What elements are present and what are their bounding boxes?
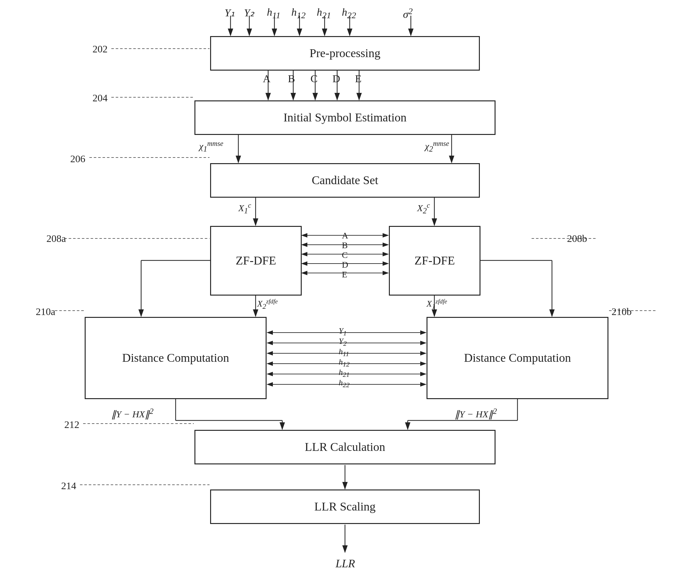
- label-A1: A: [263, 73, 271, 85]
- initial-symbol-label: Initial Symbol Estimation: [284, 110, 407, 125]
- zfdfe-right-block: ZF-DFE: [389, 226, 480, 296]
- diagram: Pre-processing Initial Symbol Estimation…: [0, 0, 700, 588]
- ref-212: 212: [64, 419, 79, 431]
- label-E-mid: E: [342, 269, 347, 279]
- input-h21-label: h21: [317, 6, 331, 20]
- dc-h12-label: h12: [339, 358, 350, 368]
- initial-symbol-block: Initial Symbol Estimation: [194, 100, 496, 135]
- dist-formula-left: ‖Y − HX‖2: [111, 407, 153, 420]
- label-C-mid: C: [342, 250, 348, 260]
- dc-h11-label: h11: [339, 347, 349, 358]
- llr-calc-label: LLR Calculation: [305, 440, 385, 454]
- ref-204: 204: [93, 92, 108, 104]
- label-D1: D: [332, 73, 340, 85]
- x2mmse-label: χ2mmse: [425, 140, 449, 153]
- ref-210b: 210b: [612, 306, 632, 318]
- label-A-mid: A: [342, 230, 348, 241]
- zfdfe-right-label: ZF-DFE: [415, 253, 455, 268]
- x2zfdfe-label: X2zfdfe: [257, 298, 278, 311]
- input-sigma2-label: σ2: [403, 6, 413, 20]
- x1c-label: X1c: [238, 201, 251, 215]
- ref-214: 214: [61, 480, 76, 492]
- dist-left-label: Distance Computation: [122, 351, 229, 365]
- llr-output-label: LLR: [336, 557, 355, 570]
- preprocessing-block: Pre-processing: [210, 36, 480, 71]
- ref-208a: 208a: [46, 233, 66, 244]
- input-h22-label: h22: [342, 6, 356, 20]
- llr-scaling-block: LLR Scaling: [210, 490, 480, 524]
- preprocessing-label: Pre-processing: [310, 46, 380, 61]
- dc-h21-label: h21: [339, 368, 350, 379]
- label-E1: E: [355, 73, 362, 85]
- dc-h22-label: h22: [339, 378, 350, 389]
- ref-202: 202: [93, 43, 108, 55]
- x1zfdfe-label: X1zfdfe: [427, 298, 447, 311]
- x1mmse-label: χ1mmse: [199, 140, 223, 153]
- dist-right-block: Distance Computation: [427, 317, 608, 399]
- ref-206: 206: [70, 153, 85, 165]
- input-y2-label: Y₂: [244, 6, 254, 19]
- dist-left-block: Distance Computation: [85, 317, 267, 399]
- dist-right-label: Distance Computation: [464, 351, 571, 365]
- candidate-set-label: Candidate Set: [312, 173, 378, 188]
- dist-formula-right: ‖Y − HX‖2: [455, 407, 497, 420]
- label-B-mid: B: [342, 240, 348, 250]
- label-B1: B: [288, 73, 295, 85]
- ref-210a: 210a: [36, 306, 55, 318]
- label-D-mid: D: [342, 260, 348, 270]
- label-C1: C: [310, 73, 318, 85]
- input-h12-label: h12: [291, 6, 305, 20]
- zfdfe-left-block: ZF-DFE: [210, 226, 302, 296]
- input-h11-label: h11: [267, 6, 280, 20]
- llr-scaling-label: LLR Scaling: [314, 500, 375, 514]
- dc-y2-label: Y2: [339, 337, 347, 348]
- x2c-label: X2c: [417, 201, 430, 215]
- candidate-set-block: Candidate Set: [210, 163, 480, 198]
- zfdfe-left-label: ZF-DFE: [236, 253, 276, 268]
- llr-calc-block: LLR Calculation: [194, 430, 496, 464]
- input-y1-label: Y₁: [225, 6, 235, 19]
- dc-y1-label: Y1: [339, 326, 347, 337]
- ref-208b: 208b: [567, 233, 587, 244]
